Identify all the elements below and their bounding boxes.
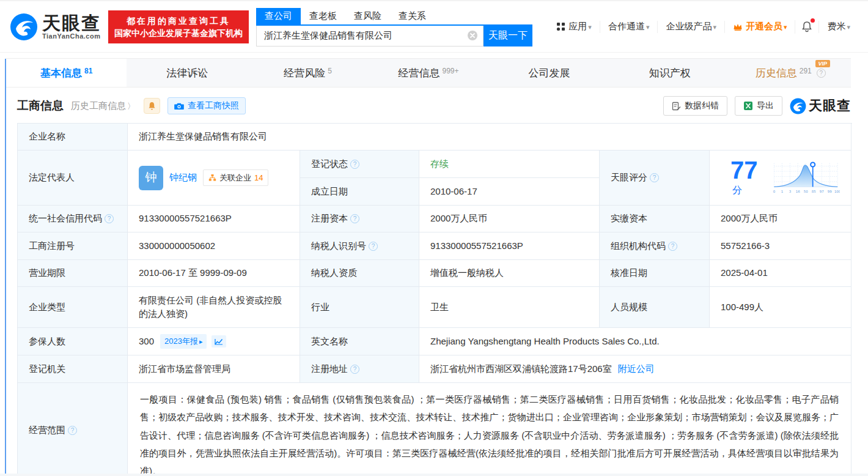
svg-text:97: 97 (819, 189, 823, 193)
field-label-reg-address: 注册地址 (300, 355, 419, 383)
tab-basic-info[interactable]: 基本信息 81 (6, 59, 127, 87)
field-value-org-code: 55752166-3 (710, 232, 851, 260)
data-correction-button[interactable]: 数据纠错 (663, 96, 727, 116)
help-icon[interactable] (68, 426, 77, 435)
field-value-business-term: 2010-06-17 至 9999-09-09 (128, 260, 300, 287)
field-label-reg-number: 工商注册号 (18, 232, 128, 260)
reg-address-text: 浙江省杭州市西湖区双浦镇轮渡路17号206室 (430, 362, 612, 376)
tianyancha-logo[interactable]: 天眼查 TianYanCha.com (10, 13, 101, 41)
business-info-table: 企业名称 浙江养生堂保健品销售有限公司 法定代表人 钟 钟纪钢 关联企业 14 … (17, 123, 852, 476)
reg-status-label-text: 登记状态 (311, 157, 348, 171)
business-snapshot-button[interactable]: 查看工商快照 (167, 97, 246, 114)
section-header: 工商信息 历史工商信息 查看工商快照 数据纠错 (17, 96, 851, 116)
help-icon[interactable] (350, 214, 359, 223)
promo-banner: 都在用的商业查询工具 国家中小企业发展子基金旗下机构 (108, 10, 249, 43)
vip-badge: VIP (815, 60, 830, 67)
nav-notifications[interactable] (795, 20, 818, 34)
field-value-taxpayer-id: 91330000557521663P (419, 232, 600, 260)
help-icon[interactable] (650, 173, 659, 182)
help-icon[interactable] (350, 365, 359, 374)
logo-text-cn: 天眼查 (42, 14, 101, 32)
legal-rep-avatar[interactable]: 钟 (139, 166, 163, 190)
nav-vip[interactable]: 开通会员 (724, 21, 795, 33)
taxpayer-id-label-text: 纳税人识别号 (311, 239, 366, 253)
help-icon[interactable] (369, 242, 378, 251)
nearby-companies-link[interactable]: 附近公司 (618, 362, 655, 376)
help-icon[interactable] (350, 160, 359, 169)
credit-code-label-text: 统一社会信用代码 (29, 212, 102, 226)
org-chart-icon (208, 174, 216, 182)
field-value-approval-date: 2025-04-01 (710, 260, 851, 287)
nav-vip-label: 开通会员 (746, 21, 787, 32)
field-label-staff-size: 人员规模 (600, 287, 710, 328)
nav-apps[interactable]: 应用 (548, 21, 600, 33)
search-tab-boss[interactable]: 查老板 (301, 8, 345, 24)
nav-partner[interactable]: 合作通道 (600, 21, 658, 33)
help-icon[interactable] (105, 214, 114, 223)
svg-text:0: 0 (773, 189, 775, 193)
search-tab-company[interactable]: 查公司 (256, 8, 301, 24)
field-value-reg-authority: 浙江省市场监督管理局 (128, 355, 300, 383)
field-label-reg-capital: 注册资本 (300, 206, 419, 232)
field-label-legal-rep: 法定代表人 (18, 151, 128, 206)
score-label-text: 天眼评分 (611, 171, 647, 185)
tab-count: 291 (800, 67, 812, 75)
related-companies-label: 关联企业 (219, 172, 251, 184)
top-nav: 应用 合作通道 企业级产品 开通会员 (548, 20, 858, 34)
field-value-company-type: 有限责任公司 (非自然人投资或控股的法人独资) (128, 287, 300, 328)
tab-company-development[interactable]: 公司发展 (489, 59, 609, 87)
field-label-insured-count: 参保人数 (18, 328, 128, 355)
search-tabs: 查公司 查老板 查风险 查关系 (256, 7, 532, 24)
tianyancha-swirl-icon (10, 13, 38, 41)
search-tab-risk[interactable]: 查风险 (345, 8, 390, 24)
field-value-score: 77分 (710, 151, 851, 206)
field-value-legal-rep: 钟 钟纪钢 关联企业 14 (128, 151, 300, 206)
field-label-paid-capital: 实缴资本 (600, 206, 710, 232)
nav-partner-label: 合作通道 (608, 21, 650, 32)
reg-address-label-text: 注册地址 (311, 362, 348, 376)
export-button[interactable]: 导出 (735, 96, 782, 116)
subscribe-bell-icon (148, 102, 156, 111)
svg-text:100: 100 (834, 189, 840, 193)
related-companies-badge[interactable]: 关联企业 14 (203, 169, 268, 187)
history-business-info-link[interactable]: 历史工商信息 (71, 100, 135, 112)
business-scope-text: 一般项目：保健食品 (预包装) 销售；食品销售 (仅销售预包装食品) ；第一类医… (140, 390, 839, 476)
legal-rep-name-link[interactable]: 钟纪钢 (169, 171, 197, 185)
help-icon[interactable] (817, 69, 826, 78)
field-value-paid-capital: 2000万人民币 (710, 206, 851, 232)
company-tabbar: 基本信息 81 法律诉讼 经营风险 5 经营信息 999+ 公司发展 知识产权 … (6, 58, 851, 87)
tab-label: 经营信息 (398, 66, 440, 80)
tab-label: 基本信息 (40, 66, 82, 80)
help-icon[interactable] (668, 242, 677, 251)
trend-chart-icon[interactable] (211, 335, 226, 348)
tab-history-info[interactable]: VIP 历史信息 291 (730, 59, 851, 87)
field-value-insured-count: 300 2023年报 (128, 328, 300, 355)
search-tab-relation[interactable]: 查关系 (390, 8, 435, 24)
bell-icon (801, 21, 812, 32)
clear-search-icon[interactable] (467, 30, 478, 41)
tab-operating-risk[interactable]: 经营风险 5 (248, 59, 368, 87)
tianyancha-company-page: 天眼查 TianYanCha.com 都在用的商业查询工具 国家中小企业发展子基… (0, 0, 868, 476)
field-value-reg-number: 330000000050602 (128, 232, 300, 260)
field-value-reg-address: 浙江省杭州市西湖区双浦镇轮渡路17号206室 附近公司 (419, 355, 851, 383)
nav-user[interactable]: 费米 (818, 21, 858, 33)
field-label-reg-authority: 登记机关 (18, 355, 128, 383)
promo-line1: 都在用的商业查询工具 (114, 15, 243, 27)
field-label-business-term: 营业期限 (18, 260, 128, 287)
nav-enterprise[interactable]: 企业级产品 (657, 21, 724, 33)
score-distribution-chart: 0 1 3 16 50 85 97 99 100 (772, 158, 840, 198)
search-button[interactable]: 天眼一下 (484, 26, 532, 46)
tab-legal[interactable]: 法律诉讼 (127, 59, 247, 87)
search-input[interactable] (264, 31, 467, 41)
subscribe-button[interactable] (144, 98, 160, 114)
tab-count: 5 (328, 67, 332, 75)
annual-report-tag[interactable]: 2023年报 (160, 334, 207, 349)
field-value-industry: 卫生 (419, 287, 600, 328)
tab-intellectual-property[interactable]: 知识产权 (609, 59, 730, 87)
apps-grid-icon (556, 22, 565, 31)
top-header: 天眼查 TianYanCha.com 都在用的商业查询工具 国家中小企业发展子基… (0, 0, 868, 53)
tab-business-info[interactable]: 经营信息 999+ (368, 59, 488, 87)
left-accent-rail (5, 59, 6, 476)
field-value-taxpayer-quality: 增值税一般纳税人 (419, 260, 600, 287)
correction-label: 数据纠错 (685, 100, 719, 111)
